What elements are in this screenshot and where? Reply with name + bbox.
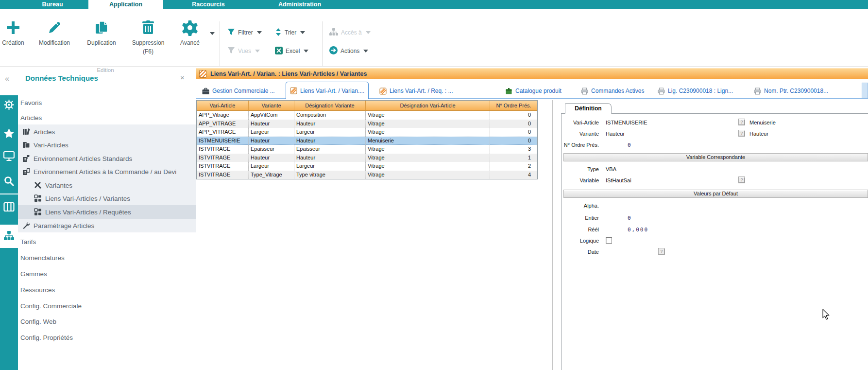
ribbon-separator	[322, 21, 323, 66]
tab-gestion-commerciale[interactable]: Gestion Commerciale ...	[198, 84, 279, 98]
sidebar-item-liens-vari-articles-requetes[interactable]: Liens Vari-Articles / Requêtes	[34, 205, 131, 219]
table-row[interactable]: ISTVITRAGE Epaisseur Epaisseur Vitrage 3	[197, 145, 537, 154]
variable-lookup-button[interactable]: ?	[738, 176, 745, 183]
squares-link-icon	[34, 208, 42, 216]
ordre-value[interactable]: 0	[628, 142, 632, 148]
collapse-sidebar-icon[interactable]: «	[5, 74, 9, 84]
table-row[interactable]: APP_Vitrage AppVitCom Composition Vitrag…	[197, 111, 537, 120]
sidebar-item-env-articles-standards[interactable]: Environnement Articles Standards	[22, 152, 132, 165]
vari-article-label: Vari-Article	[546, 120, 599, 125]
tab-catalogue-produit[interactable]: Catalogue produit	[501, 84, 565, 98]
menu-tab-application[interactable]: Application	[88, 0, 163, 9]
notebook-icon	[290, 87, 297, 94]
table-row[interactable]: APP_VITRAGE Largeur Largeur Vitrage 0	[197, 128, 537, 137]
variante-label: Variante	[546, 131, 599, 137]
ship-wheel-icon[interactable]	[3, 99, 15, 110]
sidebar-item-config-proprietes[interactable]: Config. Propriétés	[20, 331, 73, 344]
document-title-bar: Liens Vari-Art. / Varian. : Liens Vari-A…	[196, 68, 868, 79]
search-icon[interactable]	[3, 176, 15, 187]
variante-lookup-button[interactable]: ?	[738, 130, 745, 137]
trier-button[interactable]: Trier	[275, 27, 305, 38]
excel-dropdown-arrow[interactable]	[304, 50, 308, 53]
sidebar-item-gammes[interactable]: Gammes	[20, 267, 47, 281]
table-row-selected[interactable]: ISTMENUISERIE Hauteur Hauteur Menuiserie…	[197, 137, 537, 145]
tab-lig-c230900018[interactable]: Lig. C230900018 : Lign...	[654, 84, 737, 98]
type-value[interactable]: VBA	[606, 166, 616, 172]
tab-commandes-actives[interactable]: Commandes Actives	[577, 84, 648, 98]
table-row[interactable]: ISTVITRAGE Type_Vitrage Type vitrage Vit…	[197, 171, 537, 179]
circle-arrow-icon	[329, 46, 338, 56]
column-header[interactable]: Variante	[249, 101, 294, 111]
column-header[interactable]: Vari-Article	[197, 101, 249, 111]
column-header[interactable]: N° Ordre Prés.	[490, 101, 537, 111]
tab-liens-vari-art-requetes[interactable]: Liens Vari-Art. / Req. : ...	[375, 84, 457, 98]
copy-icon	[93, 19, 110, 36]
column-header[interactable]: Désignation Vari-Article	[366, 101, 490, 111]
suppression-button[interactable]: Suppression(F6)	[125, 19, 171, 55]
tab-nom-ptr-c230900018[interactable]: Nom. Ptr. C230900018...	[750, 84, 832, 98]
sidebar-item-articles[interactable]: Articles	[22, 125, 55, 139]
ribbon-separator	[220, 21, 220, 66]
logique-label: Logique	[546, 238, 599, 244]
monitor-icon[interactable]	[3, 150, 15, 161]
sidebar-item-parametrage-articles[interactable]: Paramétrage Articles	[22, 219, 94, 232]
close-sidebar-icon[interactable]: ×	[180, 73, 185, 82]
table-row[interactable]: APP_VITRAGE Hauteur Hauteur Vitrage 0	[197, 120, 537, 128]
modification-button[interactable]: Modification	[31, 19, 78, 47]
menu-tab-administration[interactable]: Administration	[254, 0, 346, 9]
tab-scroll-stub[interactable]	[862, 83, 868, 98]
variable-value[interactable]: IStHautSai	[606, 177, 631, 183]
tab-definition[interactable]: Définition	[565, 103, 612, 114]
vari-article-value[interactable]: ISTMENUISERIE	[606, 120, 647, 125]
sidebar-item-config-web[interactable]: Config. Web	[20, 315, 56, 328]
sidebar-header: « Données Techniques ×	[0, 72, 196, 88]
avance-dropdown-arrow[interactable]	[210, 32, 215, 35]
vari-article-description: Menuiserie	[749, 120, 776, 125]
grid-panel-divider	[552, 100, 553, 370]
excel-button[interactable]: Excel	[275, 46, 308, 56]
menu-tab-raccourcis[interactable]: Raccourcis	[163, 0, 254, 9]
avance-button[interactable]: Avancé	[168, 19, 212, 47]
star-icon[interactable]	[3, 128, 15, 139]
variante-value[interactable]: Hauteur	[606, 131, 625, 137]
excel-icon	[275, 47, 283, 56]
menu-bar: Bureau Application Raccourcis Administra…	[0, 0, 868, 9]
vari-article-lookup-button[interactable]: ?	[738, 119, 745, 125]
sidebar-item-config-commerciale[interactable]: Config. Commerciale	[20, 299, 82, 313]
actions-button[interactable]: Actions	[329, 46, 368, 56]
sitemap-module-icon[interactable]	[3, 230, 15, 242]
reel-value[interactable]: 0,000	[628, 227, 648, 233]
acces-a-button-disabled: Accès à	[329, 27, 371, 38]
sidebar-item-liens-vari-articles-variantes[interactable]: Liens Vari-Articles / Variantes	[34, 192, 130, 205]
filtrer-dropdown-arrow[interactable]	[257, 31, 262, 34]
columns-icon[interactable]	[3, 201, 15, 212]
date-label: Date	[546, 249, 599, 255]
ordre-label: N° Ordre Prés.	[546, 142, 599, 148]
ribbon-toolbar: Création Modification Duplication Suppre…	[0, 9, 868, 67]
printer-icon	[658, 88, 665, 95]
sidebar-item-variantes[interactable]: Variantes	[34, 178, 72, 192]
vues-button-disabled: Vues	[227, 46, 260, 56]
entier-value[interactable]: 0	[628, 215, 632, 221]
document-title: Liens Vari-Art. / Varian. : Liens Vari-A…	[210, 70, 367, 77]
logique-checkbox[interactable]	[606, 237, 612, 244]
duplication-button[interactable]: Duplication	[78, 19, 125, 47]
tab-liens-vari-art-variantes-active[interactable]: Liens Vari-Art. / Varian....	[286, 82, 369, 99]
sidebar-item-tarifs[interactable]: Tarifs	[20, 235, 36, 248]
menu-tab-bureau[interactable]: Bureau	[17, 0, 88, 9]
sidebar-item-articles-group[interactable]: Articles	[20, 111, 42, 124]
trier-dropdown-arrow[interactable]	[300, 31, 305, 34]
filtrer-button[interactable]: Filtrer	[227, 27, 262, 38]
table-row[interactable]: ISTVITRAGE Largeur Largeur Vitrage 2	[197, 162, 537, 171]
column-header[interactable]: Désignation Variante	[294, 101, 366, 111]
section-variable-correspondante: Variable Correspondante	[563, 153, 868, 161]
date-lookup-button[interactable]: ?	[658, 248, 665, 255]
sidebar-item-env-articles-commande[interactable]: Environnement Articles à la Commande / a…	[22, 165, 176, 178]
sidebar-item-favoris[interactable]: Favoris	[20, 96, 42, 109]
sidebar-item-nomenclatures[interactable]: Nomenclatures	[20, 251, 65, 264]
actions-dropdown-arrow[interactable]	[363, 50, 368, 53]
sidebar-item-ressources[interactable]: Ressources	[20, 283, 55, 297]
table-row[interactable]: ISTVITRAGE Hauteur Hauteur Vitrage 1	[197, 154, 537, 162]
sidebar-item-vari-articles[interactable]: Vari-Articles	[22, 138, 68, 152]
sitemap-icon	[329, 28, 338, 37]
